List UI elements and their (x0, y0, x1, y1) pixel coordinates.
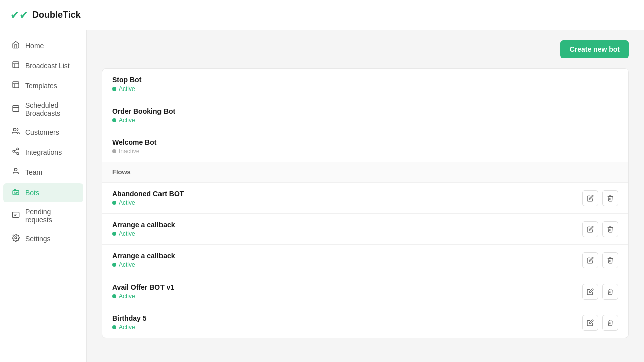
bot-name: Stop Bot (112, 76, 618, 84)
svg-point-11 (17, 153, 19, 155)
svg-rect-3 (13, 82, 19, 88)
flow-name: Birthday 5 (112, 314, 576, 322)
status-dot (112, 325, 116, 329)
flows-section-header: Flows (102, 162, 628, 183)
bot-info: Order Booking Bot Active (112, 107, 618, 124)
sidebar-item-label: Templates (25, 82, 57, 90)
team-icon (11, 167, 20, 177)
delete-flow-button[interactable] (602, 315, 618, 331)
edit-flow-button[interactable] (582, 315, 598, 331)
flow-status: Active (112, 199, 576, 206)
sidebar-item-customers[interactable]: Customers (3, 123, 83, 142)
flow-row: Birthday 5 Active (102, 307, 628, 338)
bot-row: Welcome Bot Inactive (102, 131, 628, 162)
create-new-bot-button[interactable]: Create new bot (560, 40, 629, 58)
sidebar-item-label: Broadcast List (25, 62, 70, 70)
delete-flow-button[interactable] (602, 252, 618, 268)
home-icon (11, 41, 20, 51)
flow-info: Arrange a callback Active (112, 221, 576, 237)
status-text: Active (119, 261, 135, 268)
integrations-icon (11, 147, 20, 157)
bot-name: Welcome Bot (112, 138, 618, 146)
edit-flow-button[interactable] (582, 284, 598, 300)
sidebar-item-home[interactable]: Home (3, 36, 83, 55)
bot-status: Active (112, 117, 618, 124)
edit-icon (587, 226, 594, 233)
sidebar-item-label: Settings (25, 235, 51, 243)
flow-status: Active (112, 230, 576, 237)
templates-icon (11, 81, 20, 91)
sidebar-item-label: Customers (25, 128, 59, 136)
bot-status: Inactive (112, 148, 618, 155)
sidebar-item-scheduled-broadcasts[interactable]: Scheduled Broadcasts (3, 97, 83, 122)
edit-icon (587, 319, 594, 326)
bot-row: Stop Bot Active (102, 69, 628, 100)
delete-flow-button[interactable] (602, 221, 618, 237)
status-dot (112, 263, 116, 267)
svg-point-20 (15, 237, 17, 239)
status-dot (112, 87, 116, 91)
flow-actions (582, 315, 618, 331)
sidebar-item-settings[interactable]: Settings (3, 229, 83, 248)
flow-row: Avail Offer BOT v1 Active (102, 276, 628, 307)
settings-icon (11, 234, 20, 244)
status-text: Active (119, 324, 135, 331)
bots-icon (11, 188, 20, 198)
svg-point-14 (14, 168, 17, 171)
flow-status: Active (112, 261, 576, 268)
flow-status: Active (112, 293, 576, 300)
topbar: ✔✔ DoubleTick (0, 0, 644, 30)
bot-status: Active (112, 85, 618, 93)
main-header: Create new bot (102, 40, 629, 58)
delete-flow-button[interactable] (602, 190, 618, 206)
status-text: Active (119, 199, 135, 206)
trash-icon (607, 195, 614, 202)
trash-icon (607, 319, 614, 326)
layout: Home Broadcast List Templates Scheduled … (0, 30, 644, 362)
flow-status: Active (112, 324, 576, 331)
status-text: Active (119, 230, 135, 237)
edit-flow-button[interactable] (582, 190, 598, 206)
sidebar-item-label: Home (25, 42, 44, 50)
svg-point-17 (14, 192, 15, 193)
flow-row: Arrange a callback Active (102, 214, 628, 245)
sidebar-item-label: Integrations (25, 148, 62, 156)
main-content: Create new bot Stop Bot Active Order Boo… (87, 30, 644, 362)
svg-point-8 (13, 128, 16, 131)
flow-row: Abandoned Cart BOT Active (102, 183, 628, 214)
sidebar-item-bots[interactable]: Bots (3, 183, 83, 202)
status-dot (112, 294, 116, 298)
status-text: Active (119, 85, 135, 93)
status-dot (112, 118, 116, 122)
flow-actions (582, 252, 618, 268)
sidebar-item-broadcast-list[interactable]: Broadcast List (3, 56, 83, 75)
scheduled-broadcasts-icon (11, 104, 20, 114)
sidebar-item-templates[interactable]: Templates (3, 76, 83, 96)
svg-rect-4 (13, 106, 19, 112)
sidebar-item-pending-requests[interactable]: Pending requests (3, 203, 83, 228)
bot-name: Order Booking Bot (112, 107, 618, 115)
bot-info: Welcome Bot Inactive (112, 138, 618, 155)
sidebar-item-integrations[interactable]: Integrations (3, 143, 83, 162)
flow-info: Abandoned Cart BOT Active (112, 190, 576, 206)
trash-icon (607, 257, 614, 264)
edit-flow-button[interactable] (582, 252, 598, 268)
sidebar-item-label: Team (25, 168, 42, 176)
edit-icon (587, 195, 594, 202)
flow-row: Arrange a callback Active (102, 245, 628, 276)
bots-card: Stop Bot Active Order Booking Bot Active… (102, 68, 629, 338)
bot-info: Stop Bot Active (112, 76, 618, 93)
flow-name: Arrange a callback (112, 252, 576, 260)
svg-point-18 (16, 192, 17, 193)
sidebar-item-team[interactable]: Team (3, 163, 83, 182)
flow-actions (582, 190, 618, 206)
svg-line-12 (15, 152, 17, 153)
logo-text: DoubleTick (32, 10, 81, 20)
logo-area: ✔✔ DoubleTick (10, 9, 81, 22)
flow-name: Abandoned Cart BOT (112, 190, 576, 198)
edit-flow-button[interactable] (582, 221, 598, 237)
svg-point-10 (13, 150, 15, 152)
status-text: Inactive (119, 148, 139, 155)
delete-flow-button[interactable] (602, 284, 618, 300)
status-text: Active (119, 293, 135, 300)
